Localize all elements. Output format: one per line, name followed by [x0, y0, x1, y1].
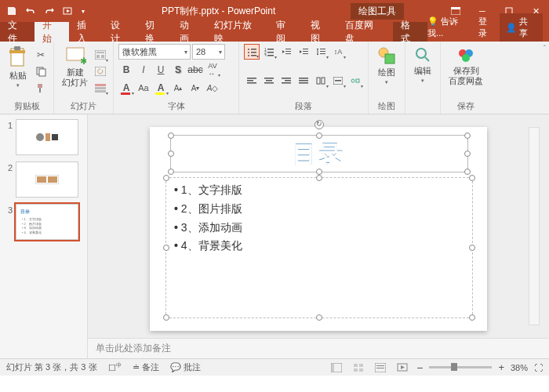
slide-thumbnail-panel[interactable]: 1 2 3 目录• 1、文字排版• 2、图片排版• 3、添加动画• 4、背景美化	[0, 114, 88, 358]
resize-handle[interactable]	[464, 151, 471, 157]
font-color-button[interactable]: A	[118, 80, 134, 96]
save-to-cloud-button[interactable]: 保存到 百度网盘	[445, 44, 486, 88]
font-family-select[interactable]: 微软雅黑	[118, 44, 191, 60]
change-case-button[interactable]: Aa	[136, 80, 151, 96]
editing-button[interactable]: 编辑▾	[410, 44, 435, 85]
resize-handle[interactable]	[464, 169, 471, 175]
resize-handle[interactable]	[316, 314, 322, 321]
tab-file[interactable]: 文件	[0, 22, 35, 42]
resize-handle[interactable]	[469, 175, 475, 181]
zoom-out-button[interactable]: −	[416, 361, 423, 374]
drawing-button[interactable]: 绘图▾	[373, 44, 400, 87]
copy-icon[interactable]	[33, 64, 49, 79]
tab-insert[interactable]: 插入	[69, 22, 104, 42]
reset-icon[interactable]	[93, 64, 108, 79]
bullets-button[interactable]	[244, 44, 260, 60]
tab-slideshow[interactable]: 幻灯片放映	[206, 22, 268, 42]
save-icon[interactable]	[3, 2, 20, 20]
reading-view-icon[interactable]	[373, 361, 388, 374]
tab-review[interactable]: 审阅	[268, 22, 303, 42]
slideshow-view-icon[interactable]	[394, 361, 410, 374]
resize-handle[interactable]	[316, 175, 322, 181]
tell-me[interactable]: 💡 告诉我...	[427, 16, 474, 39]
align-text-button[interactable]	[330, 73, 346, 89]
fit-to-window-icon[interactable]: ⛶	[534, 363, 543, 372]
zoom-level[interactable]: 38%	[511, 363, 528, 372]
collapse-ribbon-icon[interactable]: ˆ	[540, 42, 549, 114]
underline-button[interactable]: U	[153, 62, 169, 78]
bold-button[interactable]: B	[118, 62, 134, 78]
slide-canvas[interactable]: 目录 1、文字排版 2、图片排版 3、添加动画 4、	[88, 114, 549, 338]
undo-icon[interactable]	[22, 2, 39, 20]
tab-home[interactable]: 开始	[35, 22, 69, 42]
resize-handle[interactable]	[316, 132, 322, 139]
resize-handle[interactable]	[168, 169, 174, 175]
align-right-button[interactable]	[278, 73, 294, 89]
shadow-button[interactable]: S	[170, 62, 186, 78]
columns-button[interactable]	[313, 73, 329, 89]
qat-customize-icon[interactable]: ▾	[78, 2, 88, 20]
tab-animations[interactable]: 动画	[172, 22, 206, 42]
resize-handle[interactable]	[316, 169, 322, 175]
numbering-button[interactable]: 123	[261, 44, 277, 60]
tab-transitions[interactable]: 切换	[137, 22, 172, 42]
sorter-view-icon[interactable]	[351, 361, 366, 374]
svg-rect-18	[95, 90, 106, 93]
justify-button[interactable]	[296, 73, 311, 89]
svg-point-60	[416, 49, 426, 58]
tab-view[interactable]: 视图	[303, 22, 337, 42]
thumbnail-2[interactable]: 2	[3, 162, 84, 198]
format-painter-icon[interactable]	[33, 80, 49, 96]
align-center-button[interactable]	[261, 73, 277, 89]
decrease-font-button[interactable]: A▾	[187, 80, 203, 96]
resize-handle[interactable]	[469, 314, 475, 321]
paste-button[interactable]: 粘贴 ▾	[5, 44, 31, 90]
thumbnail-3[interactable]: 3 目录• 1、文字排版• 2、图片排版• 3、添加动画• 4、背景美化	[3, 204, 84, 240]
rotate-handle-icon[interactable]	[314, 120, 324, 129]
resize-handle[interactable]	[464, 132, 471, 139]
resize-handle[interactable]	[163, 314, 169, 321]
notes-toggle[interactable]: ≐ 备注	[133, 361, 159, 373]
notes-pane[interactable]: 单击此处添加备注	[88, 338, 549, 358]
slide[interactable]: 目录 1、文字排版 2、图片排版 3、添加动画 4、	[150, 127, 487, 331]
highlight-button[interactable]: A	[153, 80, 169, 96]
layout-icon[interactable]	[93, 47, 108, 63]
align-left-button[interactable]	[244, 73, 260, 89]
increase-font-button[interactable]: A▴	[170, 80, 186, 96]
font-size-select[interactable]: 28	[192, 44, 225, 60]
tab-format[interactable]: 格式	[393, 22, 427, 42]
new-slide-button[interactable]: ✱ 新建 幻灯片	[59, 44, 91, 89]
resize-handle[interactable]	[168, 151, 174, 157]
zoom-slider[interactable]	[429, 366, 492, 368]
resize-handle[interactable]	[168, 132, 174, 139]
title-textbox[interactable]: 目录	[170, 135, 468, 172]
resize-handle[interactable]	[163, 175, 169, 181]
cut-icon[interactable]: ✂	[33, 47, 49, 63]
content-textbox[interactable]: 1、文字排版 2、图片排版 3、添加动画 4、背景美化	[165, 177, 473, 318]
strikethrough-button[interactable]: abc	[187, 62, 203, 78]
vertical-scrollbar[interactable]	[529, 127, 540, 325]
resize-handle[interactable]	[163, 245, 169, 251]
line-spacing-button[interactable]	[313, 44, 329, 60]
section-icon[interactable]	[93, 80, 108, 96]
lang-indicator[interactable]: ☐中	[108, 361, 122, 373]
share-button[interactable]: 👤共享	[500, 13, 543, 42]
zoom-in-button[interactable]: +	[498, 361, 504, 373]
decrease-indent-button[interactable]	[278, 44, 294, 60]
clear-format-button[interactable]: A◇	[205, 80, 220, 96]
char-spacing-button[interactable]: AV↔	[205, 62, 220, 78]
comments-toggle[interactable]: 💬 批注	[170, 361, 201, 373]
resize-handle[interactable]	[469, 245, 475, 251]
start-from-beginning-icon[interactable]	[60, 2, 77, 20]
tab-design[interactable]: 设计	[103, 22, 137, 42]
sign-in[interactable]: 登录	[478, 16, 496, 39]
tab-baidu[interactable]: 百度网盘	[337, 22, 391, 42]
increase-indent-button[interactable]	[296, 44, 311, 60]
text-direction-button[interactable]: ↕A	[330, 44, 346, 60]
svg-rect-26	[267, 49, 274, 50]
smartart-button[interactable]	[347, 73, 363, 89]
thumbnail-1[interactable]: 1	[3, 119, 84, 155]
redo-icon[interactable]	[41, 2, 58, 20]
normal-view-icon[interactable]	[329, 361, 344, 374]
italic-button[interactable]: I	[136, 62, 151, 78]
